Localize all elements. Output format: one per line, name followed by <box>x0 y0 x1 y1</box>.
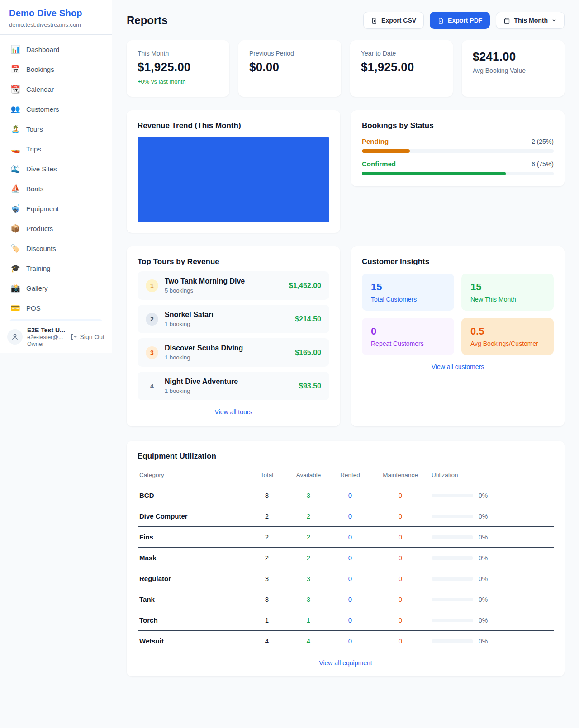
bookings-by-status-card: Bookings by Status Pending 2 (25%) Confi… <box>351 110 565 186</box>
sidebar-item-customers[interactable]: 👥Customers <box>5 100 107 118</box>
insight-value: 15 <box>371 281 445 293</box>
sidebar-item-tours[interactable]: 🏝️Tours <box>5 120 107 138</box>
tour-name: Night Dive Adventure <box>165 378 238 385</box>
sign-out-icon <box>70 333 77 340</box>
sidebar-item-label: Products <box>26 225 53 232</box>
main-content: Reports Export CSV Export PDF This Month… <box>112 0 579 695</box>
table-row: Mask 2 2 0 0 0% <box>138 548 554 568</box>
sidebar-item-label: POS <box>26 304 41 312</box>
top-tours-card: Top Tours by Revenue 1 Two Tank Morning … <box>127 246 340 426</box>
sidebar-item-label: Gallery <box>26 284 48 292</box>
wave-icon: 🌊 <box>10 164 20 174</box>
sidebar-item-label: Customers <box>26 105 59 113</box>
insights-row: Top Tours by Revenue 1 Two Tank Morning … <box>127 246 565 426</box>
cell-maintenance: 0 <box>371 506 430 527</box>
stat-card-year-to-date: Year to Date $1,925.00 <box>350 40 453 97</box>
table-row: Wetsuit 4 4 0 0 0% <box>138 631 554 652</box>
file-download-icon <box>371 17 378 24</box>
sidebar-header: Demo Dive Shop demo.test.divestreams.com <box>0 0 112 35</box>
status-count: 2 (25%) <box>532 138 554 145</box>
cell-category: Regulator <box>138 568 246 589</box>
sidebar-item-label: Training <box>26 265 51 272</box>
insight-repeat-customers: 0 Repeat Customers <box>362 318 454 355</box>
chevron-down-icon <box>551 18 557 23</box>
sidebar-item-products[interactable]: 📦Products <box>5 219 107 238</box>
stat-label: This Month <box>138 50 218 57</box>
utilization-track <box>432 619 473 622</box>
sidebar-item-training[interactable]: 🎓Training <box>5 259 107 278</box>
cell-category: Wetsuit <box>138 631 246 652</box>
stat-value: $1,925.00 <box>138 60 218 74</box>
cell-available: 3 <box>288 589 329 610</box>
top-tours-title: Top Tours by Revenue <box>138 257 329 266</box>
stat-label: Previous Period <box>249 50 330 57</box>
cell-rented: 0 <box>329 631 371 652</box>
sidebar-item-dashboard[interactable]: 📊Dashboard <box>5 40 107 59</box>
utilization-pct: 0% <box>479 513 488 520</box>
sidebar-item-calendar[interactable]: 📆Calendar <box>5 80 107 99</box>
graduation-cap-icon: 🎓 <box>10 264 20 273</box>
export-csv-button[interactable]: Export CSV <box>363 12 424 29</box>
calendar-date-icon: 📅 <box>10 65 20 74</box>
credit-card-icon: 💳 <box>10 303 20 313</box>
export-pdf-button[interactable]: Export PDF <box>430 12 490 29</box>
cell-total: 1 <box>246 610 288 631</box>
view-all-equipment-link[interactable]: View all equipment <box>138 659 554 667</box>
cell-available: 2 <box>288 506 329 527</box>
sidebar-item-bookings[interactable]: 📅Bookings <box>5 60 107 79</box>
view-all-tours-link[interactable]: View all tours <box>138 408 329 416</box>
utilization-track <box>432 639 473 643</box>
tour-revenue: $1,452.00 <box>289 282 321 290</box>
col-utilization: Utilization <box>430 467 554 485</box>
sidebar-item-gallery[interactable]: 📸Gallery <box>5 279 107 298</box>
tour-bookings: 1 booking <box>165 354 289 361</box>
customer-insights-card: Customer Insights 15 Total Customers 15 … <box>351 246 565 426</box>
sailboat-icon: ⛵ <box>10 184 20 194</box>
col-category: Category <box>138 467 246 485</box>
people-icon: 👥 <box>10 104 20 114</box>
user-meta: E2E Test U... e2e-tester@... Owner <box>27 326 66 347</box>
col-maintenance: Maintenance <box>371 467 430 485</box>
sidebar: Demo Dive Shop demo.test.divestreams.com… <box>0 0 112 353</box>
rank-badge: 4 <box>146 380 158 392</box>
period-dropdown[interactable]: This Month <box>496 12 565 29</box>
sidebar-item-equipment[interactable]: 🤿Equipment <box>5 199 107 218</box>
revenue-trend-title: Revenue Trend (This Month) <box>138 121 329 130</box>
cell-maintenance: 0 <box>371 548 430 568</box>
tour-bookings: 1 booking <box>165 388 293 394</box>
sidebar-item-dive-sites[interactable]: 🌊Dive Sites <box>5 160 107 178</box>
insight-new-this-month: 15 New This Month <box>461 274 554 311</box>
cell-maintenance: 0 <box>371 589 430 610</box>
sidebar-item-trips[interactable]: 🚤Trips <box>5 140 107 158</box>
stat-value: $0.00 <box>249 60 330 74</box>
sign-out-button[interactable]: Sign Out <box>70 333 104 340</box>
period-label: This Month <box>514 17 548 24</box>
tour-revenue: $93.50 <box>299 382 321 390</box>
utilization-track <box>432 577 473 581</box>
view-all-customers-link[interactable]: View all customers <box>362 363 554 370</box>
utilization-track <box>432 494 473 497</box>
user-role: Owner <box>27 341 66 347</box>
insight-label: Total Customers <box>371 296 445 303</box>
cell-rented: 0 <box>329 568 371 589</box>
sidebar-item-label: Calendar <box>26 85 54 93</box>
charts-row: Revenue Trend (This Month) Bookings by S… <box>127 110 565 233</box>
cell-available: 3 <box>288 485 329 506</box>
col-total: Total <box>246 467 288 485</box>
sidebar-item-pos[interactable]: 💳POS <box>5 299 107 317</box>
status-row-pending: Pending 2 (25%) <box>362 137 554 153</box>
cell-available: 2 <box>288 527 329 548</box>
user-email: e2e-tester@... <box>27 334 66 340</box>
insight-label: Repeat Customers <box>371 340 445 347</box>
status-count: 6 (75%) <box>532 161 554 168</box>
utilization-track <box>432 556 473 560</box>
sidebar-item-discounts[interactable]: 🏷️Discounts <box>5 239 107 258</box>
rank-badge: 1 <box>146 279 158 292</box>
cell-maintenance: 0 <box>371 631 430 652</box>
cell-rented: 0 <box>329 506 371 527</box>
cell-total: 2 <box>246 548 288 568</box>
tour-bookings: 5 bookings <box>165 287 283 294</box>
stat-value: $241.00 <box>473 50 554 64</box>
utilization-pct: 0% <box>479 638 488 645</box>
sidebar-item-boats[interactable]: ⛵Boats <box>5 180 107 198</box>
